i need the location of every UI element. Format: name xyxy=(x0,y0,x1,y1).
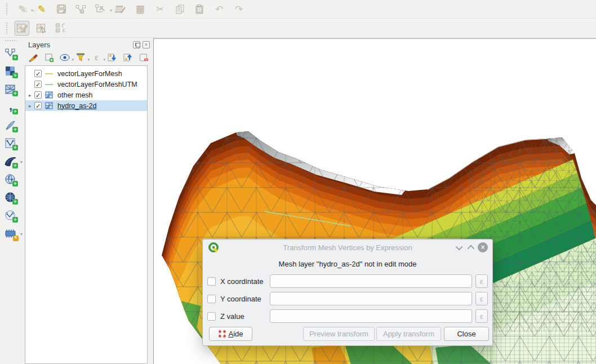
digitize-feature-button[interactable]: * xyxy=(74,2,88,16)
filter-legend-by-expression-button[interactable]: ε ▾ xyxy=(90,52,103,63)
expand-all-button[interactable] xyxy=(106,52,118,63)
layer-name: vectorLayerForMeshUTM xyxy=(57,81,137,88)
open-layer-styling-button[interactable] xyxy=(27,52,39,63)
help-button[interactable]: Aide xyxy=(209,327,252,341)
select-mesh-elements-button[interactable] xyxy=(34,21,49,35)
close-icon[interactable]: × xyxy=(478,242,488,252)
layer-checkbox[interactable]: ✓ xyxy=(34,102,42,109)
vertex-tool-button[interactable]: ▾ xyxy=(94,2,108,16)
epsilon-icon: ε xyxy=(95,53,98,62)
layer-tree: ✓ vectorLayerForMesh ✓ vectorLayerForMes… xyxy=(25,65,148,364)
qgis-logo-icon xyxy=(208,242,219,253)
add-delimited-text-layer-button[interactable]: , + xyxy=(3,100,19,115)
chevron-down-icon: ▾ xyxy=(110,8,112,13)
add-group-button[interactable] xyxy=(43,52,55,63)
scissors-icon: ✂ xyxy=(156,3,164,15)
chevron-up-icon[interactable] xyxy=(468,245,475,252)
collapse-all-button[interactable] xyxy=(122,52,134,63)
layer-checkbox[interactable]: ✓ xyxy=(34,91,42,99)
plus-badge-icon: + xyxy=(12,127,18,132)
copy-features-button[interactable] xyxy=(172,2,187,16)
comma-icon: , xyxy=(9,103,12,109)
y-coordinate-checkbox[interactable] xyxy=(207,295,216,303)
toolbar-drag-handle[interactable] xyxy=(6,22,8,34)
paintbrush-icon xyxy=(28,53,38,62)
add-postgis-layer-button[interactable]: + ▾ xyxy=(3,154,19,169)
layer-row-vectorLayerForMesh[interactable]: ✓ vectorLayerForMesh xyxy=(25,68,147,79)
layer-checkbox[interactable]: ✓ xyxy=(34,81,42,88)
mesh-digitizing-toolbar: ε xyxy=(0,19,596,38)
paste-features-button[interactable] xyxy=(192,2,207,16)
toolbar-drag-handle[interactable] xyxy=(5,39,17,42)
remove-layer-button[interactable] xyxy=(137,52,150,63)
current-edits-button[interactable]: ✎ ▾ xyxy=(15,2,29,16)
dialog-titlebar[interactable]: Transform Mesh Vertices by Expression × xyxy=(203,239,492,255)
svg-text:ε: ε xyxy=(63,26,65,33)
floppy-disk-icon xyxy=(56,4,67,15)
y-expression-input[interactable] xyxy=(270,292,472,305)
add-vector-layer-button[interactable]: + xyxy=(3,46,19,61)
y-coordinate-label: Y coordinate xyxy=(220,295,270,303)
toolbar-drag-handle[interactable] xyxy=(6,3,8,15)
add-raster-layer-button[interactable]: + xyxy=(3,64,19,79)
manage-layers-toolbar: + + + , + + xyxy=(0,38,21,364)
preview-transform-button[interactable]: Preview transform xyxy=(303,327,375,341)
help-label: ide xyxy=(233,330,243,338)
undo-button[interactable]: ↶ xyxy=(212,2,226,16)
add-hana-layer-button[interactable]: * ▾ xyxy=(3,226,19,241)
delete-selected-button[interactable] xyxy=(133,2,148,16)
chevron-down-icon: ▾ xyxy=(103,57,105,62)
plus-badge-icon: + xyxy=(12,163,18,168)
x-expression-builder-button[interactable]: ε xyxy=(475,274,488,288)
layer-row-vectorLayerForMeshUTM[interactable]: ✓ vectorLayerForMeshUTM xyxy=(25,79,147,90)
save-edits-button[interactable] xyxy=(54,2,69,16)
add-wms-layer-button[interactable]: T T + xyxy=(3,172,19,187)
undo-arrow-icon: ↶ xyxy=(215,3,223,15)
redo-button[interactable]: ↷ xyxy=(232,2,246,16)
mesh-symbol-icon xyxy=(45,102,53,109)
z-expression-input[interactable] xyxy=(270,309,472,323)
mesh-edit-icon xyxy=(16,23,28,34)
y-expression-builder-button[interactable]: ε xyxy=(475,292,488,305)
panel-close-button[interactable]: × xyxy=(143,41,150,48)
funnel-icon xyxy=(76,53,85,62)
add-wfs-layer-button[interactable]: + xyxy=(3,208,19,223)
layer-checkbox[interactable]: ✓ xyxy=(34,70,42,77)
x-coordinate-checkbox[interactable] xyxy=(207,277,216,286)
z-expression-builder-button[interactable]: ε xyxy=(475,309,488,323)
z-value-checkbox[interactable] xyxy=(207,312,216,321)
add-spatialite-layer-button[interactable]: + xyxy=(3,118,19,133)
expander-icon[interactable]: ▸ xyxy=(29,103,34,109)
panel-float-button[interactable] xyxy=(133,41,140,48)
x-expression-input[interactable] xyxy=(270,274,472,288)
add-wcs-layer-button[interactable]: + xyxy=(3,190,19,205)
remove-icon xyxy=(139,53,149,62)
close-button[interactable]: Close xyxy=(444,327,489,341)
add-mesh-layer-button[interactable]: + xyxy=(3,82,19,97)
group-icon xyxy=(45,53,54,62)
layer-name: vectorLayerForMesh xyxy=(57,70,122,78)
cut-features-button[interactable]: ✂ xyxy=(153,2,167,16)
apply-transform-button[interactable]: Apply transform xyxy=(376,327,441,341)
layer-row-other-mesh[interactable]: ▸ ✓ other mesh xyxy=(25,90,147,100)
copy-icon xyxy=(175,4,185,15)
mesh-symbol-icon xyxy=(45,91,53,99)
line-symbol-yellow xyxy=(45,73,53,74)
filter-legend-button[interactable]: ▾ xyxy=(74,52,87,63)
transform-mesh-vertices-by-expression-button[interactable]: ε xyxy=(54,21,69,35)
layer-name: hydro_as-2d xyxy=(57,102,97,110)
modify-attributes-button[interactable] xyxy=(113,2,128,16)
toggle-editing-button[interactable]: ✎ xyxy=(34,2,49,16)
expander-icon[interactable]: ▸ xyxy=(29,92,34,98)
plus-badge-icon: + xyxy=(12,181,18,187)
help-label-accel: A xyxy=(228,330,233,338)
x-coordinate-label: X coordintate xyxy=(220,277,270,286)
manage-map-themes-button[interactable]: ▾ xyxy=(59,52,71,63)
eye-icon xyxy=(60,54,70,61)
add-virtual-layer-button[interactable]: + xyxy=(3,136,19,151)
collapse-arrow-icon xyxy=(123,53,133,62)
trash-icon xyxy=(135,4,145,15)
edit-mesh-button[interactable] xyxy=(15,21,29,35)
layer-row-hydro-as-2d[interactable]: ▸ ✓ hydro_as-2d xyxy=(25,100,147,111)
map-canvas[interactable]: Transform Mesh Vertices by Expression × … xyxy=(153,38,596,364)
